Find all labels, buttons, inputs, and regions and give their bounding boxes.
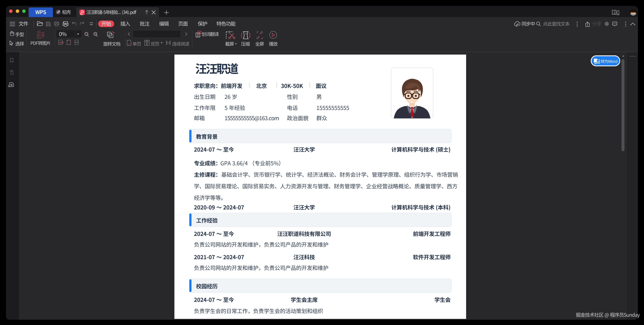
svg-text:W: W (10, 84, 13, 86)
svg-text:1=1: 1=1 (59, 41, 64, 44)
svg-text:W: W (597, 61, 599, 63)
svg-text:1: 1 (614, 10, 615, 14)
svg-text:1=: 1= (128, 42, 130, 45)
